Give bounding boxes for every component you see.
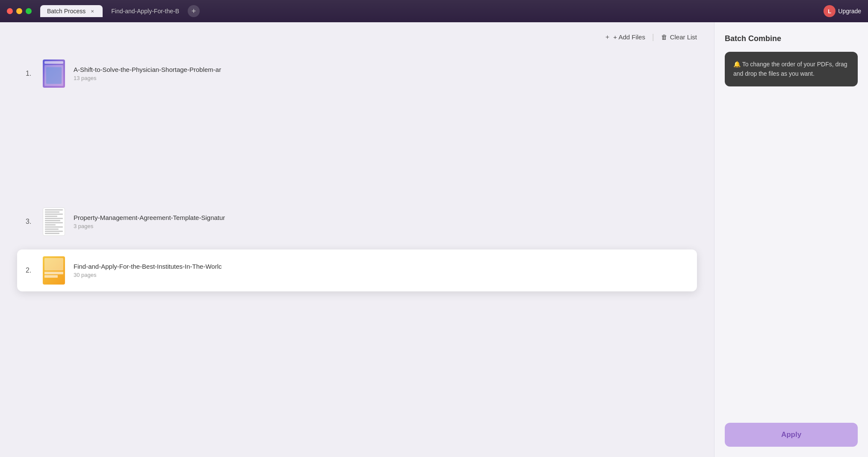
sidebar: Batch Combine 🔔 To change the order of y… <box>714 22 868 457</box>
sidebar-title: Batch Combine <box>725 34 858 43</box>
tab-batch-process-label: Batch Process <box>47 8 86 15</box>
info-box-text: 🔔 To change the order of your PDFs, drag… <box>733 59 849 79</box>
file-number: 1. <box>26 70 34 77</box>
tab-batch-process[interactable]: Batch Process ✕ <box>40 5 103 17</box>
add-tab-button[interactable]: + <box>188 5 200 17</box>
plus-icon: ＋ <box>604 33 611 41</box>
file-pages: 30 pages <box>74 272 222 278</box>
file-name: Find-and-Apply-For-the-Best-Institutes-I… <box>74 263 222 270</box>
file-name: Property-Management-Agreement-Template-S… <box>74 214 225 221</box>
file-pages: 13 pages <box>74 75 221 81</box>
upgrade-label: Upgrade <box>838 8 861 15</box>
add-files-button[interactable]: ＋ + Add Files <box>604 33 645 41</box>
file-item-dragging[interactable]: 2. Find-and-Apply-For-the-Best-Institute… <box>17 249 697 291</box>
file-number: 2. <box>26 267 34 274</box>
file-name: A-Shift-to-Solve-the-Physician-Shortage-… <box>74 66 221 73</box>
maximize-button[interactable] <box>26 8 32 14</box>
tab-close-icon[interactable]: ✕ <box>89 8 96 15</box>
window-controls <box>7 8 32 14</box>
empty-slot <box>17 98 697 132</box>
file-item[interactable]: 1. A-Shift-to-Solve-the-Physician-Shorta… <box>17 53 697 95</box>
apply-button[interactable]: Apply <box>725 423 858 447</box>
file-info: Property-Management-Agreement-Template-S… <box>74 214 225 229</box>
files-container: 1. A-Shift-to-Solve-the-Physician-Shorta… <box>0 48 714 457</box>
sidebar-spacer <box>725 86 858 423</box>
file-number: 3. <box>26 218 34 226</box>
clear-list-label: Clear List <box>670 33 697 41</box>
tabs-container: Batch Process ✕ Find-and-Apply-For-the-B… <box>40 5 818 17</box>
file-item[interactable]: 3. <box>17 201 697 243</box>
tab-find-apply-label: Find-and-Apply-For-the-B <box>111 8 179 15</box>
upgrade-avatar: L <box>824 5 836 17</box>
file-pages: 3 pages <box>74 223 225 229</box>
file-info: Find-and-Apply-For-the-Best-Institutes-I… <box>74 263 222 278</box>
close-button[interactable] <box>7 8 13 14</box>
file-thumbnail <box>43 208 65 236</box>
file-thumbnail <box>43 256 65 285</box>
empty-slot <box>17 166 697 201</box>
info-box: 🔔 To change the order of your PDFs, drag… <box>725 52 858 86</box>
main-content: ＋ + Add Files | 🗑 Clear List 1. <box>0 22 868 457</box>
title-bar: Batch Process ✕ Find-and-Apply-For-the-B… <box>0 0 868 22</box>
file-toolbar: ＋ + Add Files | 🗑 Clear List <box>0 22 714 48</box>
file-list-area: ＋ + Add Files | 🗑 Clear List 1. <box>0 22 714 457</box>
file-info: A-Shift-to-Solve-the-Physician-Shortage-… <box>74 66 221 81</box>
upgrade-button[interactable]: L Upgrade <box>824 5 861 17</box>
tab-find-apply[interactable]: Find-and-Apply-For-the-B <box>104 5 186 17</box>
empty-slot <box>17 132 697 166</box>
trash-icon: 🗑 <box>661 33 667 41</box>
add-files-label: + Add Files <box>613 33 645 41</box>
clear-list-button[interactable]: 🗑 Clear List <box>661 33 697 41</box>
file-thumbnail <box>43 59 65 88</box>
minimize-button[interactable] <box>16 8 22 14</box>
toolbar-divider: | <box>652 33 654 42</box>
